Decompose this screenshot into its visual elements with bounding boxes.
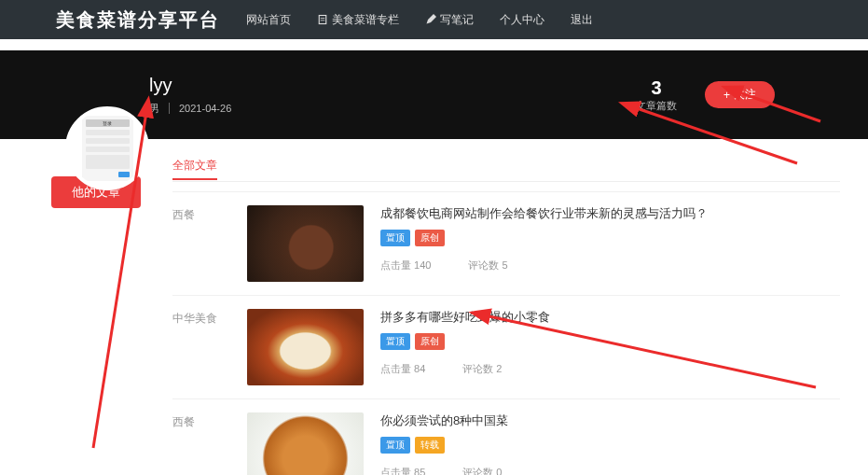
- tab-row: 全部文章: [172, 158, 840, 182]
- comments-label: 评论数 0: [462, 466, 502, 475]
- article-thumbnail[interactable]: [247, 205, 364, 282]
- comments-label: 评论数 5: [468, 258, 507, 272]
- article-body: 成都餐饮电商网站制作会给餐饮行业带来新的灵感与活力吗？置顶原创点击量 140评论…: [380, 205, 840, 282]
- nav-label: 美食菜谱专栏: [332, 12, 399, 28]
- svg-rect-0: [319, 16, 326, 24]
- article-thumbnail[interactable]: [247, 412, 364, 475]
- plus-icon: +: [723, 89, 730, 102]
- article-meta: 点击量 140评论数 5: [380, 258, 840, 272]
- tag-top: 置顶: [380, 437, 410, 454]
- main-column: 全部文章 西餐成都餐饮电商网站制作会给餐饮行业带来新的灵感与活力吗？置顶原创点击…: [172, 158, 868, 475]
- nav-user-center[interactable]: 个人中心: [500, 12, 544, 28]
- article-body: 拼多多有哪些好吃到爆的小零食置顶原创点击量 84评论数 2: [380, 309, 840, 385]
- sidebar: 他的文章: [0, 158, 172, 475]
- article-count-block: 3 文章篇数: [636, 77, 677, 113]
- comments-label: 评论数 2: [462, 362, 502, 376]
- article-row: 西餐成都餐饮电商网站制作会给餐饮行业带来新的灵感与活力吗？置顶原创点击量 140…: [172, 191, 840, 295]
- tag-top: 置顶: [380, 333, 410, 350]
- tag-top: 置顶: [380, 230, 410, 246]
- user-gender: 男: [149, 102, 159, 116]
- follow-button-label: 关注: [734, 87, 756, 103]
- nav-label: 写笔记: [440, 12, 474, 28]
- tag-row: 置顶原创: [380, 230, 840, 246]
- site-title: 美食菜谱分享平台: [56, 7, 220, 33]
- pencil-icon: [425, 14, 436, 25]
- views-label: 点击量 85: [380, 466, 425, 475]
- article-count-number: 3: [636, 77, 677, 99]
- article-thumbnail[interactable]: [247, 309, 364, 385]
- nav-home[interactable]: 网站首页: [246, 12, 291, 28]
- top-navbar: 美食菜谱分享平台 网站首页 美食菜谱专栏 写笔记 个人中心 退出: [0, 0, 868, 39]
- article-category: 西餐: [172, 412, 230, 475]
- article-row: 西餐你必须尝试的8种中国菜置顶转载点击量 85评论数 0: [172, 398, 840, 475]
- meta-divider: [169, 103, 170, 114]
- content-area: 他的文章 全部文章 西餐成都餐饮电商网站制作会给餐饮行业带来新的灵感与活力吗？置…: [0, 139, 868, 475]
- nav-write-note[interactable]: 写笔记: [425, 12, 474, 28]
- article-count-label: 文章篇数: [636, 99, 677, 113]
- nav-recipe-column[interactable]: 美食菜谱专栏: [317, 12, 399, 28]
- article-body: 你必须尝试的8种中国菜置顶转载点击量 85评论数 0: [380, 412, 840, 475]
- tab-all-articles[interactable]: 全部文章: [172, 159, 217, 180]
- profile-header: 登录 lyy 男 2021-04-26 3 文章篇数 + 关注: [0, 50, 868, 139]
- avatar-image: 登录: [82, 116, 133, 181]
- tag-row: 置顶转载: [380, 437, 840, 454]
- article-category: 中华美食: [172, 309, 230, 385]
- article-category: 西餐: [172, 205, 230, 282]
- user-info-block: lyy 男 2021-04-26: [149, 75, 231, 116]
- article-meta: 点击量 84评论数 2: [380, 362, 840, 376]
- user-join-date: 2021-04-26: [179, 103, 231, 114]
- views-label: 点击量 84: [380, 362, 425, 376]
- article-meta: 点击量 85评论数 0: [380, 466, 840, 475]
- tag-original: 原创: [415, 230, 445, 246]
- article-title[interactable]: 成都餐饮电商网站制作会给餐饮行业带来新的灵感与活力吗？: [380, 205, 840, 222]
- nav-logout[interactable]: 退出: [571, 12, 593, 28]
- article-row: 中华美食拼多多有哪些好吃到爆的小零食置顶原创点击量 84评论数 2: [172, 295, 840, 398]
- article-title[interactable]: 拼多多有哪些好吃到爆的小零食: [380, 309, 840, 326]
- document-icon: [317, 14, 328, 25]
- avatar[interactable]: 登录: [65, 106, 149, 190]
- follow-button[interactable]: + 关注: [705, 81, 775, 108]
- tag-row: 置顶原创: [380, 333, 840, 350]
- username: lyy: [149, 75, 231, 96]
- article-list: 西餐成都餐饮电商网站制作会给餐饮行业带来新的灵感与活力吗？置顶原创点击量 140…: [172, 191, 840, 475]
- tag-original: 原创: [415, 333, 445, 350]
- views-label: 点击量 140: [380, 258, 431, 272]
- user-meta: 男 2021-04-26: [149, 102, 231, 116]
- article-title[interactable]: 你必须尝试的8种中国菜: [380, 412, 840, 429]
- tag-transfer: 转载: [415, 437, 445, 454]
